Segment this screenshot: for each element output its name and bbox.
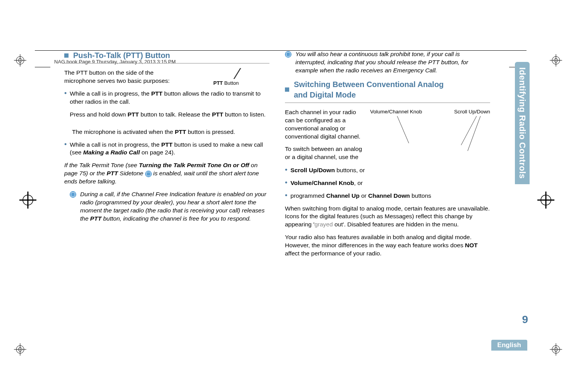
t: NOT [465, 242, 478, 248]
tone-text: If the Talk Permit Tone (see Turning the… [64, 161, 269, 186]
svg-line-2 [468, 116, 480, 151]
crosshair-icon [19, 192, 36, 209]
t: and Digital Mode [294, 90, 444, 100]
svg-line-0 [397, 116, 409, 143]
t: button is pressed. [186, 128, 235, 135]
t: Press and hold down [70, 111, 127, 118]
t: PTT [175, 128, 186, 135]
section-title-text: Push-To-Talk (PTT) Button [73, 50, 170, 61]
section-bullet-icon [64, 53, 69, 58]
t: The microphone is activated when the [72, 128, 175, 135]
bullet-text: While a call is in progress, the PTT but… [70, 90, 269, 106]
side-tab: Identifying Radio Controls [515, 62, 530, 184]
t: PTT [127, 111, 139, 118]
section-title-text: Switching Between Conventional Analog an… [294, 79, 444, 100]
bullet-body: While a call is in progress, the PTT but… [70, 90, 269, 123]
bullet-body: Volume/Channel Knob, or [290, 179, 363, 187]
sidetone-icon [145, 171, 152, 177]
t: PTT [151, 90, 163, 97]
t: on page 24). [140, 149, 175, 156]
t: PTT [90, 215, 101, 222]
t: affect the performance of your radio. [285, 250, 382, 257]
bullet-item: • programmed Channel Up or Channel Down … [285, 192, 490, 200]
bullet-dot-icon: • [64, 90, 67, 123]
registration-mark-icon [550, 54, 562, 67]
svg-line-1 [461, 116, 477, 145]
t: button to talk. Release the [139, 111, 212, 118]
figure-caption: PTT Button [213, 80, 269, 87]
t: Channel Up [326, 192, 360, 199]
caption-rest: Button [223, 80, 239, 86]
section-title-switching: Switching Between Conventional Analog an… [285, 79, 490, 100]
bullet-item: • While a call is in progress, the PTT b… [64, 90, 269, 123]
para1: Each channel in your radio can be config… [285, 108, 362, 141]
t: While a call is in progress, the [70, 90, 151, 97]
bullet-item: • Scroll Up/Down buttons, or [285, 166, 490, 175]
callout-lines-icon [362, 116, 490, 159]
bullet-dot-icon: • [285, 179, 287, 187]
t: out'. Disabled features are hidden in th… [333, 221, 459, 228]
t: Making a Radio Call [83, 149, 140, 156]
bullet-body: programmed Channel Up or Channel Down bu… [290, 192, 431, 200]
footer-language: English [491, 340, 527, 351]
t: Your radio also has features available i… [285, 234, 472, 248]
bullet-item: • While a call is not in progress, the P… [64, 141, 269, 157]
caption-bold: PTT [213, 80, 223, 86]
ptt-figure: ∕ PTT Button [186, 69, 269, 87]
t: or [360, 192, 368, 199]
t: , or [354, 180, 363, 186]
para3: When switching from digital to analog mo… [285, 205, 490, 229]
left-column: Push-To-Talk (PTT) Button ∕ PTT Button T… [64, 50, 269, 262]
figure-label-volume: Volume/Channel Knob [370, 108, 422, 115]
t: Switching Between Conventional Analog [294, 79, 444, 90]
t: buttons, or [335, 167, 365, 173]
t: Volume/Channel Knob [290, 180, 354, 186]
bullet-dot-icon: • [64, 141, 67, 157]
section-title-ptt: Push-To-Talk (PTT) Button [64, 50, 269, 61]
intro-span: The PTT button on the side of the microp… [64, 69, 170, 84]
section-bullet-icon [285, 87, 289, 92]
mic-text: The microphone is activated when the PTT… [72, 128, 269, 136]
registration-mark-icon [550, 343, 562, 356]
crop-line [35, 67, 50, 67]
registration-mark-icon [14, 343, 26, 356]
grayed-text: grayed [314, 221, 333, 228]
t: Turning the Talk Permit Tone On or Off [139, 162, 249, 168]
t: Sidetone [118, 170, 145, 176]
para2: To switch between an analog or a digital… [285, 145, 362, 161]
side-tab-text: Identifying Radio Controls [517, 67, 527, 179]
note-icon [70, 191, 76, 198]
note-block: During a call, if the Channel Free Indic… [64, 190, 269, 223]
t: buttons [410, 192, 431, 199]
bullet-body: Scroll Up/Down buttons, or [290, 166, 365, 175]
registration-mark-icon [14, 54, 26, 67]
note-text: During a call, if the Channel Free Indic… [80, 190, 269, 223]
page-content: Push-To-Talk (PTT) Button ∕ PTT Button T… [64, 50, 491, 262]
section-rule [285, 103, 490, 103]
bullet-body: While a call is not in progress, the PTT… [70, 141, 269, 157]
t: PTT [106, 170, 118, 176]
t: Scroll Up/Down [290, 167, 335, 173]
callout-line: ∕ [237, 69, 269, 78]
note-block: You will also hear a continuous talk pro… [285, 50, 490, 75]
t: PTT [161, 141, 172, 148]
bullet-item: • Volume/Channel Knob, or [285, 179, 490, 187]
note-text: You will also hear a continuous talk pro… [295, 50, 490, 75]
t: programmed [290, 192, 326, 199]
t: While a call is not in progress, the [70, 141, 161, 148]
page-number: 9 [522, 313, 528, 326]
t: Channel Down [368, 192, 410, 199]
bullet-dot-icon: • [285, 192, 287, 200]
t: button, indicating the channel is free f… [101, 215, 251, 222]
t: PTT [212, 111, 223, 118]
radio-figure: Volume/Channel Knob Scroll Up/Down [362, 108, 490, 166]
right-column: You will also hear a continuous talk pro… [285, 50, 490, 262]
figure-label-scroll: Scroll Up/Down [454, 108, 490, 115]
crosshair-icon [537, 192, 554, 209]
section-rule [64, 63, 269, 63]
para4: Your radio also has features available i… [285, 233, 490, 258]
t: button to listen. [223, 111, 266, 118]
bullet-dot-icon: • [285, 166, 287, 175]
bullet-text: Press and hold down PTT button to talk. … [70, 111, 269, 119]
t: If the Talk Permit Tone (see [64, 162, 139, 168]
